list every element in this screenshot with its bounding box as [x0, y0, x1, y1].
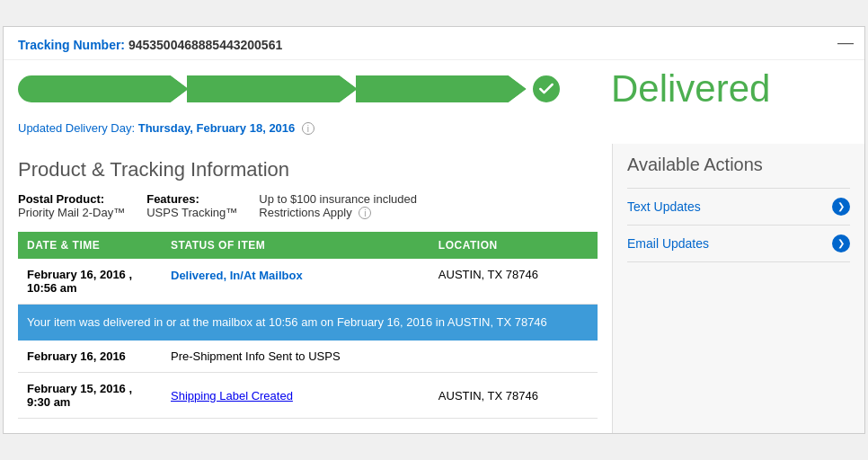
delivery-day: Updated Delivery Day: Thursday, February… [4, 118, 864, 144]
progress-checkmark [530, 73, 562, 105]
row1-status[interactable]: Delivered, In/At Mailbox [162, 259, 430, 305]
progress-area: Delivered [4, 60, 864, 118]
table-row: February 16, 2016 Pre-Shipment Info Sent… [18, 341, 598, 373]
minimize-button[interactable]: — [837, 34, 854, 50]
col-date: DATE & TIME [18, 232, 162, 259]
tracking-label: Tracking Number: [18, 38, 125, 52]
features-label: Features: [146, 192, 237, 206]
left-panel: Product & Tracking Information Postal Pr… [4, 144, 613, 434]
table-header-row: DATE & TIME STATUS OF ITEM LOCATION [18, 232, 598, 259]
restrictions-info-icon[interactable]: i [359, 207, 371, 219]
product-section-heading: Product & Tracking Information [18, 158, 598, 181]
text-updates-chevron: ❯ [832, 198, 850, 216]
postal-product-label: Postal Product: [18, 192, 125, 206]
row1-date: February 16, 2016 , 10:56 am [18, 259, 162, 305]
row2-date: February 16, 2016 [18, 341, 162, 373]
restrictions-text: Restrictions Apply i [259, 206, 417, 220]
text-updates-action[interactable]: Text Updates ❯ [627, 188, 850, 225]
features-value: USPS Tracking™ [146, 206, 237, 219]
tracking-number-line: Tracking Number: 9453500468885443200561 [18, 38, 850, 52]
delivery-info-icon[interactable]: i [302, 122, 314, 135]
row1-location: AUSTIN, TX 78746 [430, 259, 598, 305]
detail-callout: Your item was delivered in or at the mai… [27, 315, 589, 329]
insurance-text: Up to $100 insurance included [259, 192, 417, 206]
delivered-status: Delivered [611, 67, 770, 111]
row3-status[interactable]: Shipping Label Created [162, 373, 430, 419]
detail-cell: Your item was delivered in or at the mai… [18, 305, 598, 341]
features-col: Features: USPS Tracking™ [146, 192, 237, 219]
progress-bar [18, 73, 575, 105]
table-row: February 15, 2016 , 9:30 am Shipping Lab… [18, 373, 598, 419]
email-updates-action[interactable]: Email Updates ❯ [627, 225, 850, 262]
content-area: Product & Tracking Information Postal Pr… [4, 144, 864, 434]
text-updates-label: Text Updates [627, 199, 701, 214]
product-info: Postal Product: Priority Mail 2-Day™ Fea… [18, 192, 598, 220]
table-row: February 16, 2016 , 10:56 am Delivered, … [18, 259, 598, 305]
postal-product-col: Postal Product: Priority Mail 2-Day™ [18, 192, 125, 219]
row1-status-link[interactable]: Delivered, In/At Mailbox [171, 269, 303, 282]
tracking-table: DATE & TIME STATUS OF ITEM LOCATION Febr… [18, 232, 598, 419]
available-actions-heading: Available Actions [627, 155, 850, 175]
row3-date: February 15, 2016 , 9:30 am [18, 373, 162, 419]
row3-status-link[interactable]: Shipping Label Created [171, 389, 293, 402]
postal-product-value: Priority Mail 2-Day™ [18, 206, 125, 219]
col-status: STATUS OF ITEM [162, 232, 430, 259]
col-location: LOCATION [430, 232, 598, 259]
delivery-day-label: Updated Delivery Day: [18, 121, 135, 135]
right-panel: Available Actions Text Updates ❯ Email U… [613, 144, 864, 434]
top-bar: Tracking Number: 9453500468885443200561 [4, 27, 864, 60]
delivery-day-value: Thursday, February 18, 2016 [138, 121, 296, 135]
email-updates-label: Email Updates [627, 236, 709, 251]
email-updates-chevron: ❯ [832, 234, 850, 252]
row2-status: Pre-Shipment Info Sent to USPS [162, 341, 430, 373]
main-container: — Tracking Number: 945350046888544320056… [3, 26, 865, 435]
row3-location: AUSTIN, TX 78746 [430, 373, 598, 419]
tracking-number-value: 9453500468885443200561 [128, 38, 282, 52]
row2-location [430, 341, 598, 373]
insurance-col: Up to $100 insurance included Restrictio… [259, 192, 417, 220]
detail-row: Your item was delivered in or at the mai… [18, 305, 598, 341]
